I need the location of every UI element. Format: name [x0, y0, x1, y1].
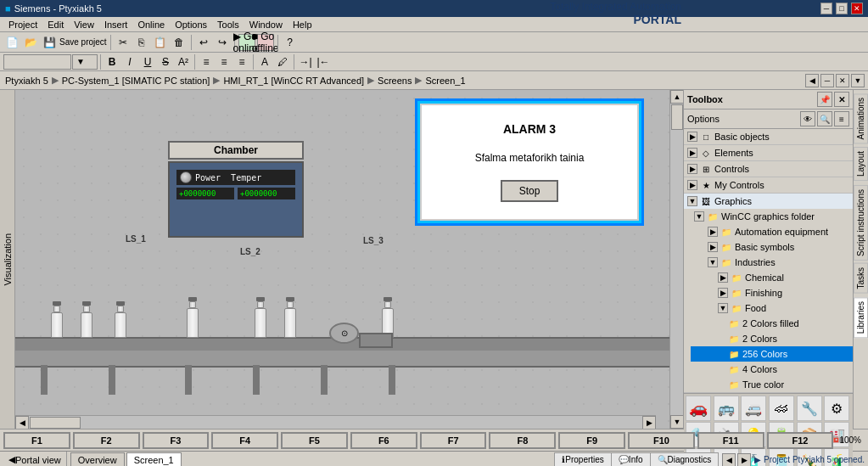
italic-button[interactable]: I	[121, 53, 138, 70]
screen1-tab[interactable]: Screen_1	[126, 452, 182, 467]
my-controls-expand[interactable]: ▶	[687, 180, 697, 190]
go-offline-button[interactable]: ■ Go offline	[257, 34, 274, 51]
rtab-layout[interactable]: Layout	[854, 147, 868, 181]
controls-item[interactable]: ▶ ⊞ Controls	[684, 161, 853, 177]
new-button[interactable]: 📄	[3, 34, 20, 51]
finishing-expand[interactable]: ▶	[718, 288, 728, 298]
canvas-area[interactable]: Chamber Power Temper +0000000 +0000000	[15, 90, 669, 429]
menu-view[interactable]: View	[69, 20, 99, 30]
help-button[interactable]: ?	[282, 34, 299, 51]
h-scroll-thumb[interactable]	[30, 417, 81, 429]
menu-project[interactable]: Project	[3, 20, 42, 30]
my-controls-item[interactable]: ▶ ★ My Controls	[684, 177, 853, 193]
menu-tools[interactable]: Tools	[212, 20, 244, 30]
outdent-button[interactable]: |←	[315, 53, 332, 70]
restore-button[interactable]: □	[836, 3, 848, 14]
fkey-f12[interactable]: F12	[767, 432, 834, 449]
scroll-right-btn[interactable]: ▶	[642, 416, 656, 429]
basic-symbols-item[interactable]: ▶ 📁 Basic symbols	[691, 239, 853, 255]
bc-pc-system[interactable]: PC-System_1 [SIMATIC PC station]	[60, 76, 212, 86]
align-center-button[interactable]: ≡	[216, 53, 232, 70]
bc-menu[interactable]: ▼	[851, 74, 865, 87]
menu-insert[interactable]: Insert	[99, 20, 133, 30]
toolbox-close-btn[interactable]: ✕	[834, 92, 849, 107]
img-4[interactable]: 🏎	[769, 396, 794, 421]
fkey-f2[interactable]: F2	[73, 432, 140, 449]
superscript-button[interactable]: A²	[175, 53, 192, 70]
copy-button[interactable]: ⎘	[133, 34, 150, 51]
fkey-f8[interactable]: F8	[489, 432, 556, 449]
2colors-item[interactable]: 📁 2 Colors	[691, 331, 853, 346]
basic-objects-expand[interactable]: ▶	[687, 132, 697, 142]
elements-item[interactable]: ▶ ◇ Elements	[684, 145, 853, 160]
finishing-item[interactable]: ▶ 📁 Finishing	[691, 285, 853, 300]
true-color-item[interactable]: 📁 True color	[691, 377, 853, 392]
align-right-button[interactable]: ≡	[233, 53, 250, 70]
fkey-f6[interactable]: F6	[350, 432, 417, 449]
bc-back[interactable]: ◀	[805, 74, 819, 87]
open-button[interactable]: 📂	[22, 34, 39, 51]
opt-btn-2[interactable]: 🔍	[817, 111, 832, 126]
rtab-libraries[interactable]: Libraries	[854, 297, 868, 338]
font-color-button[interactable]: A	[256, 53, 273, 70]
bc-screens[interactable]: Screens	[376, 76, 413, 86]
wincc-expand[interactable]: ▼	[694, 211, 704, 222]
diagnostics-tab[interactable]: 🔍 Diagnostics	[651, 453, 719, 467]
scroll-left-btn[interactable]: ◀	[15, 416, 29, 429]
controls-expand[interactable]: ▶	[687, 164, 697, 174]
delete-button[interactable]: 🗑	[171, 34, 188, 51]
strikethrough-button[interactable]: S	[157, 53, 174, 70]
wincc-folder-item[interactable]: ▼ 📁 WinCC graphics folder	[691, 209, 853, 224]
bc-root[interactable]: Ptyxiakh 5	[3, 76, 50, 86]
bg-color-button[interactable]: 🖊	[274, 53, 291, 70]
256colors-item[interactable]: 📁 256 Colors	[691, 346, 853, 362]
industries-item[interactable]: ▼ 📁 Industries	[691, 255, 853, 270]
fkey-f11[interactable]: F11	[697, 432, 764, 449]
indent-button[interactable]: →|	[297, 53, 314, 70]
menu-edit[interactable]: Edit	[42, 20, 69, 30]
automation-expand[interactable]: ▶	[708, 227, 718, 237]
2colors-filled-item[interactable]: 📁 2 Colors filled	[691, 316, 853, 331]
food-item[interactable]: ▼ 📁 Food	[691, 300, 853, 316]
graphics-item[interactable]: ▼ 🖼 Graphics	[684, 194, 853, 209]
align-left-button[interactable]: ≡	[198, 53, 215, 70]
basic-objects-item[interactable]: ▶ □ Basic objects	[684, 129, 853, 144]
rtab-animations[interactable]: Animations	[854, 93, 868, 143]
graphics-expand[interactable]: ▼	[687, 196, 697, 206]
cut-button[interactable]: ✂	[115, 34, 132, 51]
font-box[interactable]	[3, 54, 71, 70]
bc-hmi[interactable]: HMI_RT_1 [WinCC RT Advanced]	[221, 76, 366, 86]
bold-button[interactable]: B	[104, 53, 120, 70]
rtab-script[interactable]: Script instructions	[854, 185, 868, 261]
chemical-expand[interactable]: ▶	[718, 272, 728, 283]
fkey-f10[interactable]: F10	[628, 432, 695, 449]
fkey-f7[interactable]: F7	[420, 432, 487, 449]
img-6[interactable]: ⚙	[824, 396, 849, 421]
bc-close[interactable]: ✕	[836, 74, 849, 87]
overview-tab[interactable]: Overview	[70, 452, 125, 467]
opt-btn-1[interactable]: 👁	[800, 111, 815, 126]
chemical-item[interactable]: ▶ 📁 Chemical	[691, 270, 853, 285]
underline-button[interactable]: U	[139, 53, 156, 70]
basic-symbols-expand[interactable]: ▶	[708, 242, 718, 252]
fkey-f1[interactable]: F1	[3, 432, 70, 449]
redo-button[interactable]: ↪	[214, 34, 231, 51]
paste-button[interactable]: 📋	[152, 34, 169, 51]
opt-btn-3[interactable]: ≡	[834, 111, 849, 126]
automation-item[interactable]: ▶ 📁 Automation equipment	[691, 224, 853, 239]
minimize-button[interactable]: ─	[820, 3, 832, 14]
info-tab[interactable]: 💬 Info	[612, 453, 651, 467]
menu-online[interactable]: Online	[132, 20, 170, 30]
size-box[interactable]: ▼	[72, 54, 98, 70]
fkey-f3[interactable]: F3	[143, 432, 210, 449]
img-5[interactable]: 🔧	[797, 396, 822, 421]
fkey-f5[interactable]: F5	[281, 432, 348, 449]
food-expand[interactable]: ▼	[718, 303, 728, 313]
toolbox-pin-btn[interactable]: 📌	[817, 92, 832, 107]
statusbar-btn-1[interactable]: ◀	[722, 453, 736, 467]
fkey-f4[interactable]: F4	[211, 432, 278, 449]
scroll-track[interactable]	[670, 104, 683, 415]
statusbar-btn-2[interactable]: ▶	[737, 453, 751, 467]
img-2[interactable]: 🚌	[714, 396, 739, 421]
close-button[interactable]: ✕	[851, 3, 863, 14]
